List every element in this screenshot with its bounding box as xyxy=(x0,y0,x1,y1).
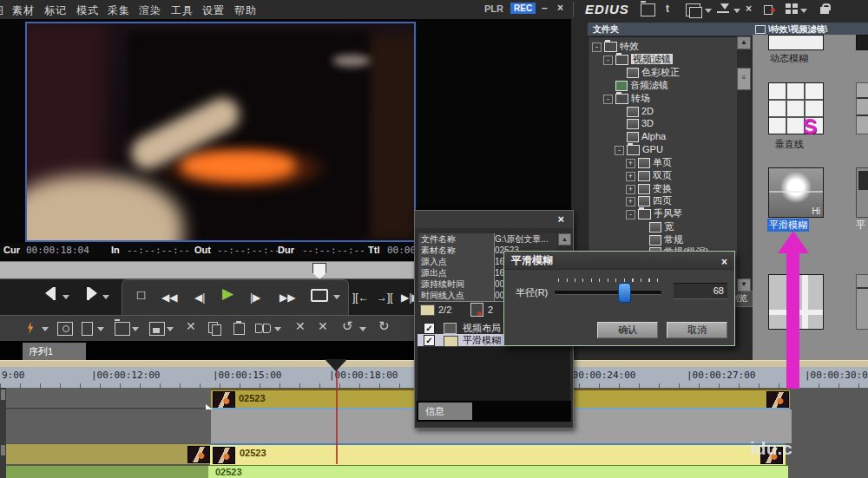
radius-value-field[interactable]: 68 xyxy=(674,283,727,299)
palette-item-vertical-line-label[interactable]: 垂直线 xyxy=(775,138,804,151)
clip-v1-left[interactable] xyxy=(0,444,210,464)
marker-out-icon[interactable] xyxy=(89,287,97,299)
marker-out-caret-icon[interactable] xyxy=(102,295,109,299)
folder-icon[interactable] xyxy=(641,3,655,16)
palette-partial-thumb-3[interactable] xyxy=(856,167,868,218)
effect-page-icon[interactable] xyxy=(420,304,435,316)
palette-item-smooth-blur-thumb[interactable]: Hi xyxy=(768,167,824,218)
cancel-button[interactable]: 取消 xyxy=(667,322,727,338)
tree-item-2d[interactable]: 2D xyxy=(615,106,654,118)
delete-icon[interactable]: × xyxy=(746,3,752,15)
layout-caret-icon[interactable] xyxy=(800,9,807,13)
effect-list-icon[interactable] xyxy=(470,303,483,317)
next-frame-button[interactable]: |▶ xyxy=(250,289,260,306)
save-project-icon[interactable] xyxy=(149,322,165,336)
tree-item-transform[interactable]: +变换 xyxy=(626,183,672,195)
stop-button[interactable]: □ xyxy=(137,286,145,304)
tree-item-gpu[interactable]: -GPU xyxy=(615,144,663,156)
redo-icon[interactable]: ↻ xyxy=(378,319,390,333)
open-project-icon[interactable] xyxy=(115,322,130,336)
prev-frame-button[interactable]: ◀| xyxy=(194,289,205,306)
new-sequence-icon[interactable] xyxy=(82,322,93,336)
copy-icon[interactable] xyxy=(208,322,222,334)
ok-button[interactable]: 确认 xyxy=(597,322,658,338)
layout-grid-icon[interactable] xyxy=(786,3,799,15)
effects-caret-icon[interactable] xyxy=(42,327,49,331)
color-clip-icon[interactable] xyxy=(764,3,777,15)
cut-icon[interactable]: ✕ xyxy=(186,319,196,333)
tree-scrollbar[interactable]: ▲ ≡ ▼ xyxy=(737,36,749,290)
save-caret-icon[interactable] xyxy=(167,327,174,331)
rewind-button[interactable]: ◀◀ xyxy=(161,289,177,306)
palette-partial-thumb-1[interactable] xyxy=(856,35,868,50)
effects-toggle-icon[interactable] xyxy=(24,322,38,334)
duplicate-icon[interactable] xyxy=(686,3,700,16)
tree-item-color-correction[interactable]: 色彩校正 xyxy=(615,67,680,79)
timeline-playhead-handle[interactable] xyxy=(325,359,347,371)
menu-item-mode[interactable]: 模式 xyxy=(76,3,99,18)
tree-item-accordion[interactable]: -手风琴 xyxy=(626,208,682,220)
loop-caret-icon[interactable] xyxy=(333,295,340,299)
duplicate-clip-icon[interactable] xyxy=(255,322,269,334)
clip-v1[interactable]: 02523 xyxy=(210,443,786,466)
tree-item-single-page[interactable]: +单页 xyxy=(626,157,672,169)
menu-item-settings[interactable]: 设置 xyxy=(202,3,225,18)
palette-item-smooth-blur-label[interactable]: 平滑模糊 xyxy=(767,219,809,232)
set-out-button[interactable]: →][ xyxy=(377,289,393,306)
import-icon[interactable] xyxy=(717,3,730,15)
rec-mode-button[interactable]: REC xyxy=(510,3,536,14)
send-up-icon[interactable]: t xyxy=(666,3,679,14)
undo-caret-icon[interactable] xyxy=(359,327,366,331)
marker-in-caret-icon[interactable] xyxy=(62,295,69,299)
clip-a1-left[interactable] xyxy=(0,466,208,478)
radius-slider-thumb[interactable] xyxy=(618,283,631,303)
palette-item-motion-blur-label[interactable]: 动态模糊 xyxy=(770,52,808,65)
menu-item-tools[interactable]: 工具 xyxy=(171,3,194,18)
tree-item-normal[interactable]: 常规 xyxy=(637,234,683,246)
dialog-titlebar[interactable]: 平滑模糊 × xyxy=(504,252,734,270)
open-caret-icon[interactable] xyxy=(132,327,139,331)
loop-playback-icon[interactable] xyxy=(311,289,328,302)
info-panel-close-icon[interactable]: × xyxy=(557,213,564,226)
ripple-delete-icon[interactable]: ✕ xyxy=(318,319,328,333)
menu-item-help[interactable]: 帮助 xyxy=(234,3,257,18)
tree-item-alpha[interactable]: Alpha xyxy=(615,131,666,143)
tree-item-transitions[interactable]: -转场 xyxy=(603,93,650,105)
menu-item-marker[interactable]: 标记 xyxy=(44,3,67,18)
import-caret-icon[interactable] xyxy=(733,9,740,13)
dialog-close-icon[interactable]: × xyxy=(721,253,727,271)
tree-item-wide[interactable]: 宽 xyxy=(637,221,674,233)
unlink-icon[interactable]: ✕ xyxy=(295,319,306,333)
menu-item-clip[interactable]: 素材 xyxy=(12,3,35,18)
info-tab[interactable]: 信息 xyxy=(418,403,472,420)
new-caret-icon[interactable] xyxy=(97,327,104,331)
marker-in-bar[interactable] xyxy=(53,287,56,300)
menu-item-capture[interactable]: 采集 xyxy=(108,3,130,18)
clip-a1[interactable]: 02523 xyxy=(208,465,788,478)
duplicate-caret-icon[interactable] xyxy=(705,9,712,13)
marker-in-icon[interactable] xyxy=(45,287,53,299)
tree-item-video-filters[interactable]: -视频滤镜 xyxy=(603,54,673,66)
menu-item-clipped[interactable]: 图 xyxy=(0,3,4,18)
tree-item-four-page[interactable]: +四页 xyxy=(626,195,672,207)
sequence-tab[interactable]: 序列1 xyxy=(23,343,86,360)
smooth-blur-checkbox[interactable]: ✓ xyxy=(424,335,435,346)
close-button[interactable]: × xyxy=(557,2,563,14)
palette-partial-thumb-4[interactable] xyxy=(856,274,868,330)
tree-item-audio-filters[interactable]: 音频滤镜 xyxy=(603,80,668,92)
lock-icon[interactable] xyxy=(819,3,832,15)
tree-item-3d[interactable]: 3D xyxy=(615,118,654,130)
menu-item-render[interactable]: 渲染 xyxy=(139,3,161,18)
track-header-strip[interactable] xyxy=(0,388,6,478)
tree-scroll-down-icon[interactable]: ▼ xyxy=(737,278,751,291)
undo-icon[interactable]: ↺ xyxy=(342,319,353,333)
play-button[interactable]: ▶ xyxy=(222,285,233,303)
palette-item-motion-blur-thumb[interactable] xyxy=(768,35,824,50)
video-layout-checkbox[interactable]: ✓ xyxy=(424,323,435,334)
info-scroll-up-icon[interactable]: ▲ xyxy=(558,233,571,246)
paste-icon[interactable] xyxy=(233,322,247,334)
minimize-button[interactable]: – xyxy=(542,2,548,14)
radius-slider-track[interactable] xyxy=(555,291,661,295)
ffwd-button[interactable]: ▶▶ xyxy=(279,289,295,306)
plr-mode-button[interactable]: PLR xyxy=(484,3,503,14)
